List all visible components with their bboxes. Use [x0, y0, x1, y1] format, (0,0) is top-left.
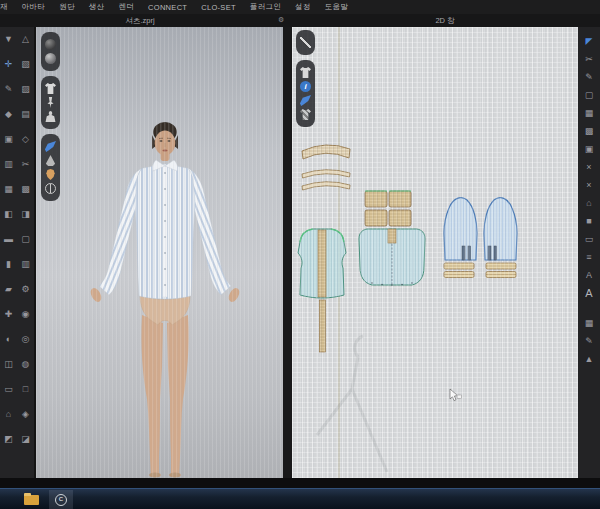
trim-icon[interactable]: ◈ — [20, 408, 32, 420]
avatar-3d[interactable] — [36, 27, 283, 478]
show-avatar-icon[interactable] — [45, 111, 56, 122]
texture-shirt-icon[interactable]: ▥ — [20, 258, 32, 270]
stitch-mesh-icon[interactable]: ▩ — [20, 183, 32, 195]
render-sphere-light-icon[interactable] — [45, 53, 56, 64]
sewing-kit-icon[interactable]: ▥ — [3, 158, 15, 170]
collar-stand-patterns[interactable] — [302, 170, 350, 190]
window-settings-icon[interactable]: ⚙ — [278, 16, 284, 24]
menu-material-partial[interactable]: 재 — [0, 2, 8, 12]
zipper-icon[interactable]: □ — [20, 383, 32, 395]
dart-icon[interactable]: ▣ — [583, 143, 595, 155]
menu-help[interactable]: 도움말 — [325, 2, 348, 12]
info-icon[interactable]: i — [300, 81, 311, 92]
front-bodice-pattern[interactable] — [298, 229, 346, 298]
window-title-3d: 셔츠.zprj — [95, 16, 185, 26]
fabric-fly-icon[interactable]: ▤ — [20, 108, 32, 120]
status-gap — [0, 478, 600, 488]
avatar-pose-icon[interactable]: △ — [20, 33, 32, 45]
fabric-blue-2d-icon[interactable] — [300, 95, 311, 106]
curve-pen-icon[interactable]: ✎ — [3, 83, 15, 95]
printer-icon[interactable]: ▭ — [3, 383, 15, 395]
trace-pattern-icon[interactable]: ✎ — [583, 71, 595, 83]
button-panel-icon[interactable]: ▦ — [583, 317, 595, 329]
clo-taskbar-button[interactable]: C — [49, 490, 73, 509]
pattern-grid-icon[interactable]: ▦ — [583, 107, 595, 119]
text-arrow-icon[interactable]: A — [583, 269, 595, 281]
view-mode-group — [41, 32, 60, 71]
show-garment-icon[interactable] — [45, 83, 56, 94]
show-pattern-icon[interactable] — [300, 67, 311, 78]
sleeve-left-pattern[interactable] — [444, 198, 477, 260]
hanger-icon[interactable]: ◪ — [20, 433, 32, 445]
dark-pattern-icon[interactable]: ■ — [583, 215, 595, 227]
seam-cross-alt-icon[interactable]: × — [583, 179, 595, 191]
pattern-shade-icon[interactable]: ▩ — [583, 125, 595, 137]
front-placket-pattern[interactable] — [320, 300, 326, 352]
menu-connect[interactable]: CONNECT — [148, 3, 187, 12]
buttonhole-icon[interactable]: ◎ — [20, 333, 32, 345]
back-bodice-pattern[interactable] — [359, 229, 425, 286]
avatar-head-icon[interactable] — [45, 169, 56, 180]
sewing-machine-icon[interactable]: ▦ — [3, 183, 15, 195]
unfold-pattern-icon[interactable]: ⌂ — [583, 197, 595, 209]
suitcase-icon[interactable]: ▮ — [3, 258, 15, 270]
brush-icon[interactable]: ◐ — [3, 333, 15, 345]
avatar-shirt[interactable] — [99, 160, 231, 299]
seam-cross-icon[interactable]: × — [583, 161, 595, 173]
download-icon[interactable]: ▼ — [3, 33, 15, 45]
globe-wire-icon[interactable] — [45, 183, 56, 194]
render-sphere-dark-icon[interactable] — [45, 39, 56, 50]
panel-divider[interactable] — [283, 27, 292, 478]
fold-icon[interactable]: ◧ — [3, 208, 15, 220]
heart-tool-icon[interactable]: ◆ — [3, 108, 15, 120]
pattern-outline-icon[interactable]: ▢ — [583, 89, 595, 101]
menu-plugin[interactable]: 플러그인 — [250, 2, 281, 12]
menu-fabric[interactable]: 원단 — [59, 2, 75, 12]
zipper-puller-icon[interactable]: ◍ — [20, 358, 32, 370]
pen-line-icon[interactable] — [300, 37, 311, 48]
menu-production[interactable]: 생산 — [89, 2, 105, 12]
steam-iron-icon[interactable]: ▬ — [3, 233, 15, 245]
cuff-patterns[interactable] — [444, 263, 516, 278]
surface-display-group — [41, 134, 60, 201]
pin-tool-icon[interactable]: ✚ — [3, 308, 15, 320]
shirt-icon[interactable]: ▢ — [20, 233, 32, 245]
menu-avatar[interactable]: 아바타 — [22, 2, 45, 12]
fabric-wind-icon[interactable]: ▨ — [20, 83, 32, 95]
window-title-2d: 2D 창 — [400, 16, 490, 26]
menu-settings[interactable]: 설정 — [295, 2, 311, 12]
menu-render[interactable]: 렌더 — [118, 2, 134, 12]
scissors-icon[interactable]: ✂ — [20, 158, 32, 170]
fabric-drop-icon[interactable]: ▧ — [20, 58, 32, 70]
bird-stitch-icon[interactable]: ◇ — [20, 133, 32, 145]
back-yoke-patterns[interactable] — [365, 191, 411, 226]
menu-clo-set[interactable]: CLO-SET — [201, 3, 236, 12]
flag-tool-icon[interactable]: ▲ — [583, 353, 595, 365]
avatar-head[interactable] — [152, 122, 178, 156]
jacket-icon[interactable]: ▣ — [3, 133, 15, 145]
building-icon[interactable]: ⌂ — [3, 408, 15, 420]
gear-buttons-icon[interactable]: ⚙ — [20, 283, 32, 295]
button-icon[interactable]: ◉ — [20, 308, 32, 320]
menu-bar: 재아바타원단생산렌더CONNECTCLO-SET플러그인설정도움말 — [0, 0, 600, 14]
glove-icon[interactable]: ◨ — [20, 208, 32, 220]
move-cross-icon[interactable]: ✛ — [3, 58, 15, 70]
fabric-blue-icon[interactable] — [45, 141, 56, 152]
pants-icon[interactable]: ◩ — [3, 433, 15, 445]
text-tool-icon[interactable]: A — [583, 287, 595, 299]
textured-pattern-icon[interactable] — [300, 109, 311, 120]
stitch-brush-icon[interactable]: ✎ — [583, 335, 595, 347]
pattern-canvas[interactable] — [292, 27, 578, 478]
measure-tape-icon[interactable]: ▭ — [583, 233, 595, 245]
collar-band-pattern[interactable] — [302, 145, 350, 159]
viewport-3d[interactable] — [36, 27, 283, 478]
pin-icon[interactable] — [45, 97, 56, 108]
folder-icon[interactable] — [24, 495, 39, 505]
seam-strip-icon[interactable]: ≡ — [583, 251, 595, 263]
camera-icon[interactable]: ◫ — [3, 358, 15, 370]
needle-icon[interactable]: ▰ — [3, 283, 15, 295]
cone-icon[interactable] — [45, 155, 56, 166]
edit-curve-icon[interactable]: ✂ — [583, 53, 595, 65]
transform-pattern-icon[interactable]: ◤ — [583, 35, 595, 47]
viewport-2d[interactable]: i — [292, 27, 578, 478]
